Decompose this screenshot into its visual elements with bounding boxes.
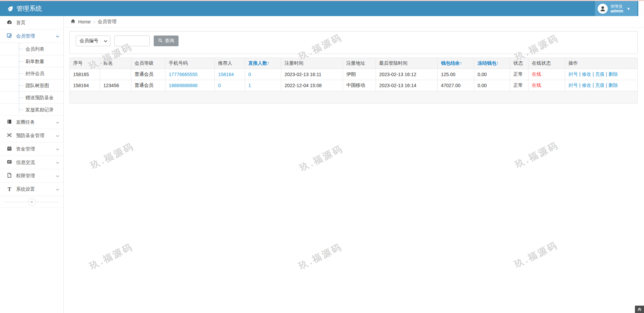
col-header-direct-count-sort[interactable]: 直推人数↑ (245, 58, 281, 69)
user-menu[interactable]: 管理员 admin ▼ (595, 1, 637, 16)
cell-direct-count: 1 (245, 80, 281, 91)
breadcrumb-home-link[interactable]: Home (78, 19, 91, 24)
search-button-label: 查询 (165, 38, 174, 44)
text-height-icon: T (7, 186, 12, 192)
edit-link[interactable]: 修改 (582, 82, 591, 88)
sidebar-submenu-members: 会员列表 刷单数量 封停会员 团队树形图 赠送预防基金 发放奖励记录 (0, 43, 63, 116)
cell-last-login: 2023-02-13 16:12 (376, 69, 438, 80)
ban-link[interactable]: 封号 (568, 71, 578, 77)
cell-referrer: 0 (215, 80, 245, 91)
sidebar-item-label: 发圈任务 (16, 119, 52, 125)
sidebar-collapse-button[interactable]: « (28, 198, 36, 206)
breadcrumb-current: 会员管理 (98, 19, 116, 25)
search-field-selected: 会员编号 (80, 38, 98, 44)
breadcrumb: Home › 会员管理 (64, 16, 644, 27)
op-separator: | (579, 71, 581, 77)
cell-reg-addr: 中国移动 (343, 80, 376, 91)
sidebar-item-funds[interactable]: 资金管理 (0, 142, 63, 156)
phone-link[interactable]: 17776665555 (169, 72, 198, 77)
sidebar-item-home[interactable]: 首页 (0, 16, 63, 29)
referrer-link[interactable]: 158164 (218, 72, 234, 77)
recharge-link[interactable]: 充值 (595, 71, 604, 77)
cell-name (100, 69, 131, 80)
chevron-down-icon (56, 120, 59, 125)
col-header-reg-addr: 注册地址 (343, 58, 376, 69)
sidebar-item-prevention-fund[interactable]: 预防基金管理 (0, 129, 63, 142)
back-to-top-button[interactable] (635, 306, 644, 313)
sidebar-item-banned-members[interactable]: 封停会员 (0, 67, 63, 79)
home-icon (70, 19, 76, 24)
cell-reg-time: 2023-02-13 16:11 (281, 69, 343, 80)
recharge-link[interactable]: 充值 (595, 82, 604, 88)
direct-count-link[interactable]: 1 (248, 83, 251, 88)
sidebar-item-reward-records[interactable]: 发放奖励记录 (0, 103, 63, 115)
col-header-wallet-sort[interactable]: 钱包结余↑ (438, 58, 474, 69)
op-separator: | (593, 82, 594, 88)
cell-id: 158164 (70, 80, 100, 91)
ban-link[interactable]: 封号 (568, 82, 578, 88)
sidebar-item-permissions[interactable]: 权限管理 (0, 169, 63, 183)
direct-count-link[interactable]: 0 (248, 72, 251, 77)
edit-link[interactable]: 修改 (582, 71, 591, 77)
breadcrumb-separator: › (93, 19, 95, 24)
shuffle-icon (7, 132, 12, 139)
col-header-last-login: 最后登陆时间 (376, 58, 438, 69)
delete-link[interactable]: 删除 (608, 71, 618, 77)
col-header-ops: 操作 (565, 58, 638, 69)
cell-status: 正常 (510, 69, 529, 80)
cell-direct-count: 0 (245, 69, 281, 80)
sidebar-item-member-list[interactable]: 会员列表 (0, 43, 63, 55)
sidebar-item-members[interactable]: 会员管理 (0, 29, 63, 43)
col-header-name: 姓名 (100, 58, 131, 69)
col-header-id: 序号 (70, 58, 100, 69)
table-row: 158164 123456 普通会员 18888888888 0 1 2022-… (70, 80, 638, 91)
book-icon (7, 119, 12, 125)
sidebar-item-label: 首页 (16, 20, 59, 26)
sidebar-item-settings[interactable]: T 系统设置 (0, 183, 63, 196)
cell-online-status: 在线 (529, 80, 565, 91)
cell-status: 正常 (510, 80, 529, 91)
referrer-link[interactable]: 0 (218, 83, 221, 88)
search-input[interactable] (114, 36, 150, 46)
col-header-phone: 手机号码 (165, 58, 215, 69)
col-header-referrer: 推荐人 (215, 58, 245, 69)
phone-link[interactable]: 18888888888 (169, 83, 198, 88)
sidebar-item-label: 权限管理 (16, 173, 52, 179)
sidebar-item-messages[interactable]: 信息交流 (0, 156, 63, 169)
sidebar-collapse-row: « (0, 197, 63, 207)
col-header-status: 状态 (510, 58, 529, 69)
cell-operations: 封号|修改|充值|删除 (565, 80, 638, 91)
search-field-select[interactable]: 会员编号 (76, 36, 110, 46)
search-panel: 会员编号 查询 (69, 31, 638, 54)
sidebar-item-gift-fund[interactable]: 赠送预防基金 (0, 91, 63, 103)
cell-reg-addr: 伊朗 (343, 69, 376, 80)
col-header-online: 在线状态 (529, 58, 565, 69)
col-header-reg-time: 注册时间 (281, 58, 343, 69)
delete-link[interactable]: 删除 (608, 82, 618, 88)
dashboard-icon (7, 19, 12, 26)
sidebar-item-label: 信息交流 (16, 160, 52, 166)
scrollbar-track[interactable] (638, 1, 644, 16)
chevron-down-icon (104, 38, 107, 44)
cell-frozen: 0.00 (474, 80, 510, 91)
calendar-icon (7, 146, 12, 152)
sidebar-item-order-count[interactable]: 刷单数量 (0, 55, 63, 67)
sidebar: 首页 会员管理 会员列表 刷单数量 封停会员 团队树形图 赠送预防基金 发放奖励… (0, 16, 64, 313)
col-header-level: 会员等级 (131, 58, 165, 69)
table-footer (69, 91, 638, 104)
cell-frozen: 0.00 (474, 69, 510, 80)
user-info: 管理员 admin (610, 4, 623, 13)
sidebar-item-team-tree[interactable]: 团队树形图 (0, 79, 63, 91)
col-header-frozen-sort[interactable]: 冻结钱包↑ (474, 58, 510, 69)
user-avatar-icon (598, 4, 608, 14)
chevron-down-icon (56, 160, 59, 165)
table-row: 158165 普通会员 17776665555 158164 0 2023-02… (70, 69, 638, 80)
sidebar-item-post-tasks[interactable]: 发圈任务 (0, 116, 63, 129)
op-separator: | (579, 82, 581, 88)
members-table: 序号 姓名 会员等级 手机号码 推荐人 直推人数↑ 注册时间 注册地址 最后登陆… (69, 58, 638, 91)
double-chevron-up-icon (637, 307, 642, 311)
search-button[interactable]: 查询 (154, 36, 179, 46)
cell-phone: 17776665555 (165, 69, 215, 80)
search-icon (158, 38, 163, 44)
cell-referrer: 158164 (215, 69, 245, 80)
